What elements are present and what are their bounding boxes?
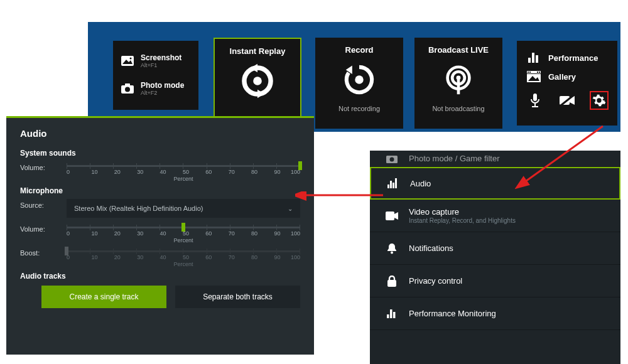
mic-volume-slider[interactable]: 0102030405060708090100Percent: [67, 223, 300, 244]
broadcast-status: Not broadcasting: [414, 105, 502, 112]
gear-icon[interactable]: [590, 91, 609, 110]
sidebar-item-audio[interactable]: Audio: [370, 167, 620, 200]
svg-point-40: [391, 251, 393, 254]
bars-icon: [526, 51, 542, 64]
photomode-sidebar-icon: [382, 154, 401, 163]
sidebar-item-photomode-partial[interactable]: Photo mode / Game filter: [370, 151, 620, 167]
overlay-side-column: Performance Gallery: [517, 41, 617, 126]
sidebar-item-performance-monitoring[interactable]: Performance Monitoring: [370, 297, 620, 330]
chevron-down-icon: ⌄: [288, 205, 293, 212]
screenshot-label: Screenshot: [141, 53, 181, 62]
sidebar-item-label: Performance Monitoring: [409, 309, 496, 318]
svg-rect-35: [390, 181, 392, 188]
svg-rect-18: [536, 55, 538, 63]
equalizer-icon: [384, 178, 403, 188]
svg-rect-28: [532, 106, 538, 107]
sidebar-item-label: Audio: [410, 179, 431, 188]
svg-rect-26: [533, 94, 537, 101]
svg-rect-15: [457, 80, 460, 94]
instant-replay-icon: [215, 56, 300, 106]
button-label: Separate both tracks: [203, 292, 273, 301]
sidebar-item-label: Photo mode / Game filter: [409, 154, 500, 163]
mic-volume-label: Volume:: [20, 223, 67, 233]
lock-icon: [382, 276, 401, 287]
svg-rect-41: [387, 280, 396, 287]
svg-rect-20: [528, 72, 529, 73]
svg-rect-36: [392, 183, 394, 188]
screenshot-tile[interactable]: Screenshot Alt+F1: [121, 47, 191, 75]
boost-slider[interactable]: 0102030405060708090100Percent: [67, 247, 300, 268]
svg-marker-39: [394, 212, 398, 220]
overlay-performance-item[interactable]: Performance: [526, 48, 609, 67]
settings-sidebar: Photo mode / Game filter Audio Video cap…: [370, 151, 620, 364]
svg-rect-43: [390, 309, 392, 318]
svg-rect-27: [534, 103, 536, 106]
svg-rect-42: [387, 314, 389, 318]
svg-rect-16: [528, 58, 531, 63]
mic-source-value: Stereo Mix (Realtek High Definition Audi…: [74, 205, 203, 212]
instant-replay-tile[interactable]: Instant Replay: [214, 38, 301, 129]
sidebar-item-label: Video capture: [409, 207, 516, 217]
svg-point-5: [125, 87, 130, 92]
svg-point-11: [355, 75, 363, 83]
broadcast-label: Broadcast LIVE: [414, 45, 502, 55]
svg-point-2: [130, 58, 132, 60]
photomode-tile[interactable]: Photo mode Alt+F2: [121, 75, 191, 102]
gallery-icon: [526, 70, 542, 83]
photomode-label: Photo mode: [141, 81, 184, 90]
camera-icon: [121, 82, 134, 95]
sidebar-item-privacy[interactable]: Privacy control: [370, 265, 620, 297]
sidebar-item-sub: Instant Replay, Record, and Highlights: [409, 217, 516, 224]
mic-source-label: Source:: [20, 199, 67, 209]
svg-point-7: [253, 77, 262, 85]
boost-label: Boost:: [20, 247, 67, 257]
button-label: Create a single track: [69, 292, 138, 301]
record-status: Not recording: [315, 105, 403, 112]
svg-rect-38: [386, 211, 394, 220]
svg-point-33: [390, 157, 394, 161]
overlay-performance-label: Performance: [548, 53, 598, 63]
separate-both-tracks-button[interactable]: Separate both tracks: [175, 286, 300, 308]
sidebar-item-video-capture[interactable]: Video capture Instant Replay, Record, an…: [370, 200, 620, 232]
videocam-icon: [382, 211, 401, 220]
audio-panel-title: Audio: [20, 128, 300, 139]
svg-point-14: [457, 76, 461, 80]
svg-rect-44: [393, 312, 396, 318]
share-overlay-bar: Screenshot Alt+F1 Photo mode Alt+F2 Inst…: [88, 22, 620, 132]
overlay-gallery-item[interactable]: Gallery: [526, 67, 609, 86]
record-label: Record: [315, 45, 403, 55]
svg-rect-4: [125, 83, 130, 86]
system-volume-label: Volume:: [20, 161, 67, 171]
bell-icon: [382, 243, 401, 254]
svg-rect-37: [395, 178, 397, 188]
record-tile[interactable]: Record Not recording: [315, 38, 403, 129]
svg-rect-17: [532, 53, 534, 63]
screenshot-icon: [121, 54, 134, 68]
overlay-left-column: Screenshot Alt+F1 Photo mode Alt+F2: [113, 41, 198, 110]
camera-off-icon[interactable]: [558, 91, 577, 110]
svg-rect-19: [527, 71, 541, 73]
broadcast-icon: [414, 55, 502, 105]
create-single-track-button[interactable]: Create a single track: [41, 286, 166, 308]
microphone-header: Microphone: [20, 186, 300, 195]
overlay-gallery-label: Gallery: [548, 72, 576, 82]
audio-tracks-header: Audio tracks: [20, 272, 300, 281]
mic-source-dropdown[interactable]: Stereo Mix (Realtek High Definition Audi…: [67, 199, 300, 218]
audio-settings-panel: Audio System sounds Volume: 010203040506…: [6, 116, 314, 355]
sidebar-item-label: Notifications: [409, 244, 453, 253]
system-sounds-header: System sounds: [20, 149, 300, 158]
system-volume-slider[interactable]: 0102030405060708090100Percent: [67, 161, 300, 183]
mic-icon[interactable]: [526, 91, 544, 110]
sidebar-item-notifications[interactable]: Notifications: [370, 232, 620, 265]
screenshot-shortcut: Alt+F1: [141, 62, 181, 68]
record-icon: [315, 55, 403, 105]
svg-rect-23: [539, 72, 540, 73]
bars-icon: [382, 309, 401, 318]
instant-replay-label: Instant Replay: [215, 46, 300, 56]
sidebar-item-label: Privacy control: [409, 276, 462, 286]
broadcast-tile[interactable]: Broadcast LIVE Not broadcasting: [414, 38, 502, 129]
svg-rect-22: [537, 72, 538, 73]
photomode-shortcut: Alt+F2: [141, 90, 184, 96]
svg-rect-34: [387, 185, 389, 188]
svg-rect-21: [529, 72, 531, 73]
